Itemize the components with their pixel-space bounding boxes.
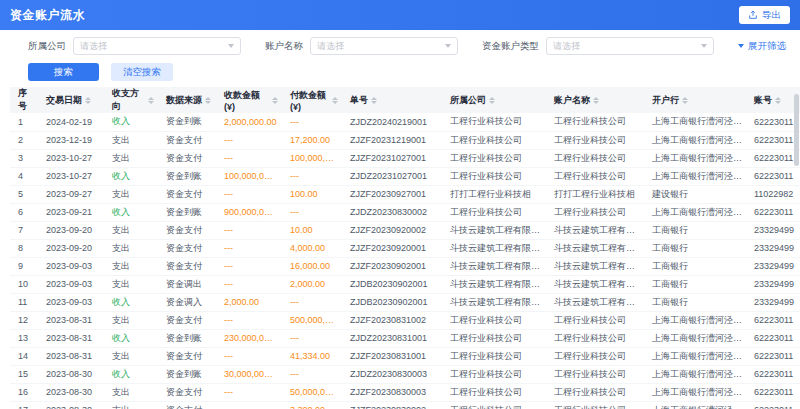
cell-account-name: 斗技云建筑工程有限公司 bbox=[546, 293, 644, 311]
table-row: 2 2023-12-19 支出 资金支付 --- 17,200.00 ZJZF2… bbox=[10, 131, 800, 149]
cell-account-name: 斗技云建筑工程有限公司 bbox=[546, 221, 644, 239]
cell-company: 工程行业科技公司 bbox=[442, 365, 546, 383]
expand-filters-link[interactable]: 展开筛选 bbox=[738, 40, 792, 53]
col-source[interactable]: 数据来源 bbox=[158, 87, 216, 113]
sort-icon[interactable] bbox=[332, 97, 338, 104]
cell-source: 资金调入 bbox=[158, 293, 216, 311]
cell-receipt-amount: --- bbox=[216, 149, 282, 167]
cell-date: 2023-08-31 bbox=[38, 329, 104, 347]
cell-order-no: ZJZF20230927001 bbox=[342, 185, 442, 203]
col-date[interactable]: 交易日期 bbox=[38, 87, 104, 113]
table-row: 9 2023-09-03 支出 资金支付 --- 16,000.00 ZJZF2… bbox=[10, 257, 800, 275]
cell-date: 2023-09-03 bbox=[38, 293, 104, 311]
export-label: 导出 bbox=[762, 9, 781, 22]
cell-order-no: ZJZF20230831001 bbox=[342, 347, 442, 365]
filter-account-name-label: 账户名称 bbox=[265, 40, 303, 53]
sort-icon[interactable] bbox=[148, 97, 154, 104]
cell-payment-amount: 100,000,000.00 bbox=[282, 149, 342, 167]
cell-order-no: ZJZF20231027001 bbox=[342, 149, 442, 167]
vertical-scrollbar-thumb[interactable] bbox=[794, 94, 799, 166]
cell-index: 15 bbox=[10, 365, 38, 383]
cell-company: 斗技云建筑工程有限公司 bbox=[442, 239, 546, 257]
chevron-down-icon bbox=[445, 44, 451, 48]
col-company[interactable]: 所属公司 bbox=[442, 87, 546, 113]
col-bank[interactable]: 开户行 bbox=[644, 87, 746, 113]
cell-date: 2023-08-30 bbox=[38, 365, 104, 383]
col-index: 序号 bbox=[10, 87, 38, 113]
sort-icon[interactable] bbox=[775, 97, 781, 104]
cell-company: 斗技云建筑工程有限公司 bbox=[442, 257, 546, 275]
cell-company: 斗技云建筑工程有限公司 bbox=[442, 293, 546, 311]
cell-index: 9 bbox=[10, 257, 38, 275]
cell-receipt-amount: --- bbox=[216, 221, 282, 239]
cell-index: 1 bbox=[10, 113, 38, 131]
cell-company: 工程行业科技公司 bbox=[442, 329, 546, 347]
cell-order-no: ZJZF20231219001 bbox=[342, 131, 442, 149]
cell-direction: 支出 bbox=[104, 239, 158, 257]
cell-index: 4 bbox=[10, 167, 38, 185]
account-type-select[interactable]: 请选择 bbox=[546, 37, 714, 55]
export-button[interactable]: 导出 bbox=[739, 6, 790, 24]
cell-account-name: 打打工程行业科技相 bbox=[546, 185, 644, 203]
cell-account-no: 62223011 bbox=[746, 113, 800, 131]
table-row: 17 2023-08-30 支出 资金支付 --- 3,300.00 ZJZF2… bbox=[10, 401, 800, 409]
cell-payment-amount: --- bbox=[282, 365, 342, 383]
account-name-select[interactable]: 请选择 bbox=[310, 37, 458, 55]
filter-account-type: 资金账户类型 请选择 bbox=[482, 37, 714, 55]
cell-source: 资金支付 bbox=[158, 311, 216, 329]
filter-actions: 搜索 清空搜索 bbox=[28, 63, 790, 81]
cell-account-no: 62223011 bbox=[746, 203, 800, 221]
col-order-no[interactable]: 单号 bbox=[342, 87, 442, 113]
sort-icon[interactable] bbox=[205, 97, 211, 104]
cell-account-no: 11022982 bbox=[746, 185, 800, 203]
cell-account-name: 工程行业科技公司 bbox=[546, 329, 644, 347]
company-select[interactable]: 请选择 bbox=[73, 37, 241, 55]
cell-bank: 工商银行 bbox=[644, 239, 746, 257]
search-button[interactable]: 搜索 bbox=[28, 63, 99, 81]
cell-direction: 支出 bbox=[104, 257, 158, 275]
cell-source: 资金到账 bbox=[158, 329, 216, 347]
cell-account-name: 工程行业科技公司 bbox=[546, 149, 644, 167]
export-icon bbox=[748, 10, 758, 20]
cell-bank: 上海工商银行漕河泾支行 bbox=[644, 131, 746, 149]
cell-bank: 工商银行 bbox=[644, 257, 746, 275]
cell-index: 11 bbox=[10, 293, 38, 311]
sort-icon[interactable] bbox=[272, 97, 278, 104]
cell-bank: 上海工商银行漕河泾支行 bbox=[644, 365, 746, 383]
sort-icon[interactable] bbox=[682, 97, 688, 104]
cell-account-no: 62223011 bbox=[746, 131, 800, 149]
cell-account-name: 工程行业科技公司 bbox=[546, 167, 644, 185]
account-type-select-placeholder: 请选择 bbox=[553, 40, 580, 53]
col-receipt-amount[interactable]: 收款金额(¥) bbox=[216, 87, 282, 113]
table-row: 15 2023-08-30 收入 资金到账 30,000,000.00 --- … bbox=[10, 365, 800, 383]
cell-account-no: 62223011 bbox=[746, 329, 800, 347]
sort-icon[interactable] bbox=[85, 97, 91, 104]
cell-source: 资金调出 bbox=[158, 275, 216, 293]
cell-receipt-amount: 100,000,000.00 bbox=[216, 167, 282, 185]
cell-date: 2023-10-27 bbox=[38, 167, 104, 185]
col-direction[interactable]: 收支方向 bbox=[104, 87, 158, 113]
cell-source: 资金到账 bbox=[158, 113, 216, 131]
cell-date: 2023-08-30 bbox=[38, 401, 104, 409]
clear-search-button[interactable]: 清空搜索 bbox=[111, 63, 173, 81]
cell-order-no: ZJDB20230902001 bbox=[342, 275, 442, 293]
cell-payment-amount: 41,334.00 bbox=[282, 347, 342, 365]
cell-receipt-amount: 2,000,000.00 bbox=[216, 113, 282, 131]
cell-order-no: ZJZF20230830003 bbox=[342, 383, 442, 401]
sort-icon[interactable] bbox=[593, 97, 599, 104]
cell-company: 工程行业科技公司 bbox=[442, 203, 546, 221]
cell-receipt-amount: --- bbox=[216, 383, 282, 401]
cell-date: 2023-08-31 bbox=[38, 311, 104, 329]
cell-order-no: ZJDZ20230831001 bbox=[342, 329, 442, 347]
col-account-name[interactable]: 账户名称 bbox=[546, 87, 644, 113]
cell-receipt-amount: --- bbox=[216, 257, 282, 275]
col-payment-amount[interactable]: 付款金额(¥) bbox=[282, 87, 342, 113]
cell-date: 2023-09-03 bbox=[38, 257, 104, 275]
sort-icon[interactable] bbox=[489, 97, 495, 104]
cell-bank: 工商银行 bbox=[644, 221, 746, 239]
col-account-no[interactable]: 账号 bbox=[746, 87, 800, 113]
cell-payment-amount: --- bbox=[282, 113, 342, 131]
cell-index: 16 bbox=[10, 383, 38, 401]
sort-icon[interactable] bbox=[371, 97, 377, 104]
table-row: 8 2023-09-20 支出 资金支付 --- 4,000.00 ZJZF20… bbox=[10, 239, 800, 257]
